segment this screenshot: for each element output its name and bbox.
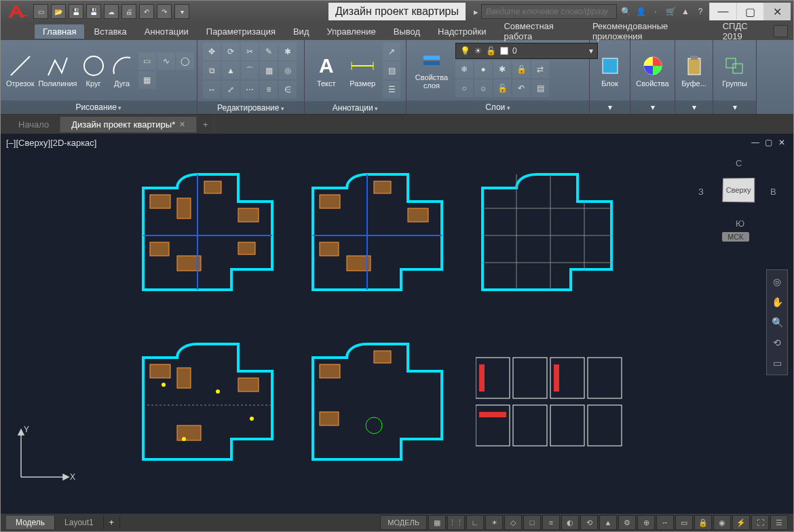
arraypath-icon[interactable]: ⋯ xyxy=(241,81,259,98)
tab-addins[interactable]: Надстройки xyxy=(430,24,494,39)
status-cleanscreen-icon[interactable]: ⛶ xyxy=(751,515,769,530)
layer-freeze-icon[interactable]: ✱ xyxy=(493,60,511,78)
layer-off-icon[interactable]: ● xyxy=(474,60,492,78)
array-icon[interactable]: ▦ xyxy=(260,62,278,79)
exchange-icon[interactable]: 🛒 xyxy=(664,5,677,18)
search-chevron-icon[interactable]: ▸ xyxy=(474,7,478,17)
fillet-icon[interactable]: ⌒ xyxy=(241,62,259,79)
layer-dropdown[interactable]: 💡 ☀ 🔓 0 ▾ xyxy=(455,43,598,59)
status-snap-icon[interactable]: ⋮⋮ xyxy=(447,515,465,530)
status-cycling-icon[interactable]: ⟲ xyxy=(580,515,598,530)
tab-output[interactable]: Вывод xyxy=(385,24,428,39)
status-polar-icon[interactable]: ✶ xyxy=(485,515,503,530)
circle-button[interactable]: Круг xyxy=(81,44,106,97)
file-tab-start[interactable]: Начало xyxy=(7,117,60,132)
qat-saveas-icon[interactable]: 💾 xyxy=(86,4,101,19)
status-ortho-icon[interactable]: ∟ xyxy=(466,515,484,530)
panel-clipboard-expand[interactable]: ▾ xyxy=(675,100,713,114)
table-icon[interactable]: ▤ xyxy=(383,62,400,79)
leader-icon[interactable]: ↗ xyxy=(383,43,400,60)
status-workspace-icon[interactable]: ⚙ xyxy=(618,515,636,530)
compass-s[interactable]: Ю xyxy=(736,218,744,229)
help-icon[interactable]: ? xyxy=(694,5,706,18)
panel-draw-title[interactable]: Рисование xyxy=(1,100,197,114)
copy-icon[interactable]: ⧉ xyxy=(203,62,221,79)
ucs-icon[interactable]: XY xyxy=(14,423,75,487)
ribbon-collapse-button[interactable] xyxy=(774,25,788,37)
rectangle-icon[interactable]: ▭ xyxy=(138,52,156,70)
qat-save-icon[interactable]: 💾 xyxy=(69,4,83,19)
tab-spds[interactable]: СПДС 2019 xyxy=(715,19,772,43)
signin-icon[interactable]: 👤 xyxy=(635,5,647,18)
align-icon[interactable]: ≡ xyxy=(260,81,278,98)
status-annomonitor-icon[interactable]: ⊕ xyxy=(637,515,655,530)
trim-icon[interactable]: ✂ xyxy=(241,43,259,60)
tab-parametric[interactable]: Параметризация xyxy=(198,24,284,39)
move-icon[interactable]: ✥ xyxy=(203,43,221,60)
panel-props-expand[interactable]: ▾ xyxy=(630,100,675,114)
status-lwt-icon[interactable]: ≡ xyxy=(542,515,560,530)
search-input[interactable] xyxy=(481,4,617,19)
spline-icon[interactable]: ∿ xyxy=(157,52,175,70)
tab-home[interactable]: Главная xyxy=(35,24,84,39)
qat-dropdown-icon[interactable]: ▾ xyxy=(174,4,189,19)
compass-n[interactable]: С xyxy=(736,158,742,168)
mirror-icon[interactable]: ▲ xyxy=(222,62,240,79)
panel-block-expand[interactable]: ▾ xyxy=(590,100,630,114)
panel-annotation-title[interactable]: Аннотации xyxy=(305,101,406,115)
status-lock-ui-icon[interactable]: 🔒 xyxy=(694,515,712,530)
dimension-button[interactable]: Размер xyxy=(347,44,379,97)
nav-zoom-icon[interactable]: 🔍 xyxy=(768,314,786,331)
nav-wheel-icon[interactable]: ◎ xyxy=(768,273,786,290)
layer-match-icon[interactable]: ⇄ xyxy=(531,60,549,78)
layer-on-icon[interactable]: ○ xyxy=(455,79,473,97)
layer-state-icon[interactable]: ▤ xyxy=(531,79,549,97)
ellipse-icon[interactable]: ◯ xyxy=(176,52,194,70)
mtext-icon[interactable]: ☰ xyxy=(383,81,400,98)
layer-prev-icon[interactable]: ↶ xyxy=(512,79,530,97)
rotate-icon[interactable]: ⟳ xyxy=(222,43,240,60)
line-button[interactable]: Отрезок xyxy=(6,44,34,97)
compass-w[interactable]: З xyxy=(698,187,704,197)
sheet-layout1[interactable]: Layout1 xyxy=(55,516,104,529)
status-isolate-icon[interactable]: ◉ xyxy=(713,515,731,530)
clipboard-button[interactable]: Буфе... xyxy=(681,44,707,97)
panel-groups-expand[interactable]: ▾ xyxy=(713,100,756,114)
groups-button[interactable]: Группы xyxy=(719,44,751,97)
qat-open-icon[interactable]: 📂 xyxy=(51,4,66,19)
minimize-button[interactable]: — xyxy=(709,3,736,20)
layer-lock-icon[interactable]: 🔒 xyxy=(512,60,530,78)
app-store-icon[interactable]: ▲ xyxy=(679,5,692,18)
status-quickprops-icon[interactable]: ▭ xyxy=(675,515,693,530)
file-tab-new[interactable]: + xyxy=(197,117,214,132)
status-hardware-icon[interactable]: ⚡ xyxy=(732,515,750,530)
app-logo[interactable] xyxy=(3,2,31,21)
erase-icon[interactable]: ✎ xyxy=(260,43,278,60)
status-isodraft-icon[interactable]: ◇ xyxy=(504,515,522,530)
sheet-new[interactable]: + xyxy=(104,516,120,529)
layer-iso-icon[interactable]: ❄ xyxy=(455,60,473,78)
drawing-canvas[interactable]: [–][Сверху][2D-каркас] — ▢ ✕ С Ю З В Све… xyxy=(1,134,793,514)
viewport-label[interactable]: [–][Сверху][2D-каркас] xyxy=(6,138,96,148)
wcs-badge[interactable]: МСК xyxy=(722,232,749,242)
qat-undo-icon[interactable]: ↶ xyxy=(139,4,154,19)
compass-e[interactable]: В xyxy=(770,187,776,197)
vp-close-icon[interactable]: ✕ xyxy=(778,138,788,147)
status-annoscale-icon[interactable]: ▲ xyxy=(599,515,617,530)
vp-maximize-icon[interactable]: ▢ xyxy=(765,138,774,147)
close-tab-icon[interactable]: ✕ xyxy=(179,120,185,129)
tab-annotate[interactable]: Аннотации xyxy=(136,24,197,39)
tab-view[interactable]: Вид xyxy=(285,24,318,39)
hatch-icon[interactable]: ▦ xyxy=(138,71,156,89)
viewcube-face[interactable]: Сверху xyxy=(722,178,755,202)
stretch-icon[interactable]: ↔ xyxy=(203,81,221,98)
text-button[interactable]: A Текст xyxy=(310,44,343,97)
qat-plot-icon[interactable]: 🖨 xyxy=(121,4,136,19)
tab-collab[interactable]: Совместная работа xyxy=(495,19,582,43)
status-customize-icon[interactable]: ☰ xyxy=(770,515,788,530)
nav-orbit-icon[interactable]: ⟲ xyxy=(768,334,786,352)
status-units-icon[interactable]: ↔ xyxy=(656,515,674,530)
tab-manage[interactable]: Управление xyxy=(318,24,383,39)
vp-minimize-icon[interactable]: — xyxy=(751,138,761,147)
tab-featured[interactable]: Рекомендованные приложения xyxy=(584,19,713,43)
